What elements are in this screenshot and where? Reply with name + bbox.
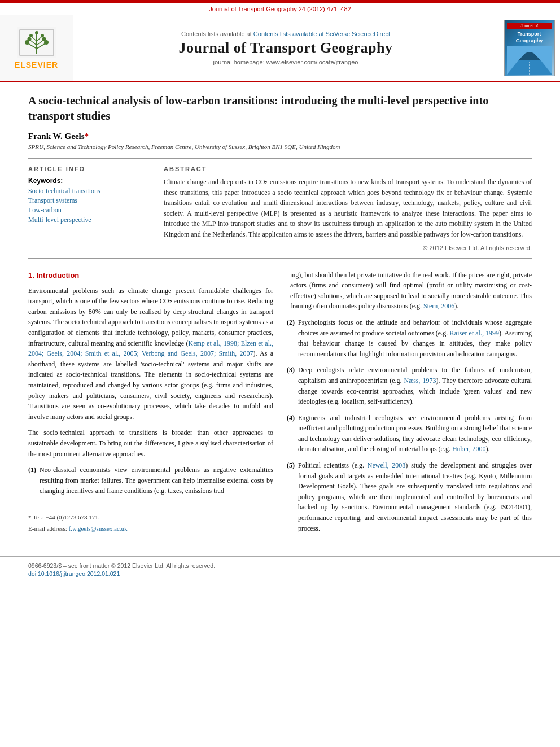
keywords-header: Keywords: [28,177,141,185]
list-item-5: (5) Political scientists (e.g. Newell, 2… [287,460,532,534]
intro-para-2: The socio-technical approach to transiti… [28,427,273,459]
ref-kemp[interactable]: Kemp et al., 1998; Elzen et al., 2004; G… [28,339,273,358]
sciverse-link[interactable]: Contents lists available at SciVerse Sci… [253,30,390,37]
elsevier-tree-icon [17,27,56,58]
svg-point-13 [42,37,46,41]
email-link[interactable]: f.w.geels@sussex.ac.uk [68,525,127,532]
svg-point-14 [41,34,44,37]
footnote-area: * Tel.: +44 (0)1273 678 171. E-mail addr… [28,508,273,534]
left-column: 1. Introduction Environmental problems s… [28,270,273,540]
abstract-header: ABSTRACT [164,165,532,172]
thumb-img-icon [507,46,552,75]
thumb-image [507,46,552,75]
list-item-4: (4) Engineers and industrial ecologists … [287,413,532,455]
list-item-3: (3) Deep ecologists relate environmental… [287,365,532,407]
body-columns: 1. Introduction Environmental problems s… [28,270,532,540]
list-text-1: Neo-classical economists view environmen… [40,465,273,496]
journal-header-center: Contents lists available at Contents lis… [73,15,498,81]
abstract-section: ABSTRACT Climate change and deep cuts in… [152,165,532,251]
author-name: Frank W. Geels* [28,132,532,141]
list-num-1: (1) [28,465,36,496]
svg-point-11 [29,34,33,37]
footnote-email: E-mail address: f.w.geels@sussex.ac.uk [28,524,273,534]
ref-stern[interactable]: Stern, 2006 [423,302,454,310]
ref-huber[interactable]: Huber, 2000 [452,445,486,453]
list-text-2: Psychologists focus on the attitude and … [298,317,532,359]
ref-naess[interactable]: Næss, 1973 [404,377,436,385]
list-text-5: Political scientists (e.g. Newell, 2008)… [298,460,532,534]
page: Journal of Transport Geography 24 (2012)… [0,0,560,747]
keyword-1: Socio-technical transitions [28,187,141,195]
elsevier-logo-area: ELSEVIER [0,15,73,81]
list-num-5: (5) [287,460,295,534]
journal-header: ELSEVIER Contents lists available at Con… [0,15,560,82]
info-section: ARTICLE INFO Keywords: Socio-technical t… [28,158,532,259]
keyword-3: Low-carbon [28,206,141,215]
list-text-3: Deep ecologists relate environmental pro… [298,365,532,407]
journal-homepage: journal homepage: www.elsevier.com/locat… [213,59,358,65]
author-asterisk: * [85,132,89,141]
list-text-1-cont: ing), but should then let private initia… [290,270,532,312]
article-info-header: ARTICLE INFO [28,165,141,172]
elsevier-logo: ELSEVIER [15,27,58,69]
article-title: A socio-technical analysis of low-carbon… [28,93,532,124]
list-item-1: (1) Neo-classical economists view enviro… [28,465,273,496]
journal-header-right: Journal of Transport Geography [498,15,560,81]
list-text-4: Engineers and industrial ecologists see … [298,413,532,455]
issn-line: 0966-6923/$ – see front matter © 2012 El… [28,562,532,569]
ref-newell[interactable]: Newell, 2008 [368,461,406,469]
list-num-2: (2) [287,317,295,359]
elsevier-label: ELSEVIER [15,60,58,69]
ref-kaiser[interactable]: Kaiser et al., 1999 [449,329,499,337]
section-1-heading: 1. Introduction [28,270,273,281]
footnote-tel: * Tel.: +44 (0)1273 678 171. [28,513,273,522]
main-content: A socio-technical analysis of low-carbon… [0,82,560,556]
thumb-header: Journal of [507,23,552,29]
list-num-3: (3) [287,365,295,407]
approach-list-left: (1) Neo-classical economists view enviro… [28,465,273,496]
citation-bar: Journal of Transport Geography 24 (2012)… [0,3,560,15]
journal-title: Journal of Transport Geography [179,40,393,56]
thumb-title: Transport Geography [507,31,552,44]
svg-point-15 [35,31,38,34]
citation-text: Journal of Transport Geography 24 (2012)… [209,6,351,12]
journal-thumbnail: Journal of Transport Geography [504,20,555,76]
intro-para-1: Environmental problems such as climate c… [28,286,273,422]
list-item-2: (2) Psychologists focus on the attitude … [287,317,532,359]
abstract-text: Climate change and deep cuts in CO₂ emis… [164,177,532,240]
approach-list-right: ing), but should then let private initia… [287,270,532,534]
keyword-2: Transport systems [28,196,141,205]
svg-point-10 [27,37,31,41]
list-item-1-cont: ing), but should then let private initia… [287,270,532,312]
article-info: ARTICLE INFO Keywords: Socio-technical t… [28,165,152,251]
copyright: © 2012 Elsevier Ltd. All rights reserved… [164,244,532,251]
keyword-4: Multi-level perspective [28,216,141,224]
list-num-4: (4) [287,413,295,455]
right-column: ing), but should then let private initia… [287,270,532,540]
affiliation: SPRU, Science and Technology Policy Rese… [28,143,532,150]
bottom-bar: 0966-6923/$ – see front matter © 2012 El… [0,556,560,583]
doi-line: doi:10.1016/j.jtrangeo.2012.01.021 [28,570,532,577]
sciverse-line: Contents lists available at Contents lis… [181,30,390,37]
